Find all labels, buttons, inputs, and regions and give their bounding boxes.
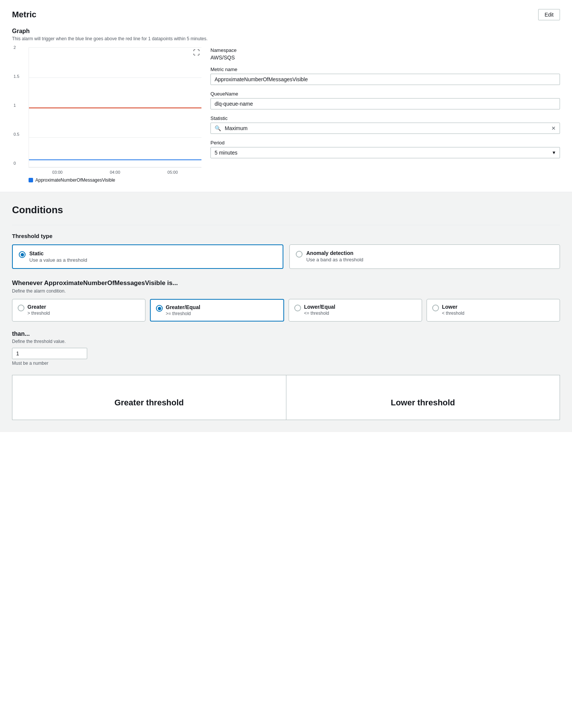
threshold-card-static-content: Static Use a value as a threshold [29,250,87,263]
x-label-0300: 03:00 [52,170,63,174]
y-label-1-5: 1.5 [14,74,19,79]
x-label-0500: 05:00 [168,170,178,174]
condition-cards: Greater > threshold Greater/Equal >= thr… [12,299,560,322]
bottom-threshold-cards: Greater threshold Lower threshold [12,375,560,420]
condition-lower-equal-subtitle: <= threshold [304,311,335,316]
condition-greater-content: Greater > threshold [27,304,50,316]
y-label-0-5: 0.5 [14,132,19,136]
period-select[interactable]: 1 minute 5 minutes 10 minutes 15 minutes… [210,147,560,158]
metric-title: Metric [12,10,36,20]
threshold-card-anomaly-content: Anomaly detection Use a band as a thresh… [306,250,363,262]
threshold-anomaly-subtitle: Use a band as a threshold [306,257,363,262]
queue-name-input[interactable] [210,98,560,109]
threshold-cards: Static Use a value as a threshold Anomal… [12,244,560,269]
whenever-title: Whenever ApproximateNumberOfMessagesVisi… [12,279,560,287]
condition-greater-equal-subtitle: >= threshold [166,311,200,316]
x-label-0400: 04:00 [110,170,120,174]
x-axis: 03:00 04:00 05:00 [29,168,201,174]
queue-name-group: QueueName [210,91,560,109]
metric-name-group: Metric name [210,67,560,85]
whenever-subtitle: Define the alarm condition. [12,288,560,294]
legend-label: ApproximateNumberOfMessagesVisible [35,177,115,183]
threshold-card-static[interactable]: Static Use a value as a threshold [12,244,283,269]
condition-radio-lower-equal [294,305,301,311]
bottom-card-lower: Lower threshold [286,375,560,420]
condition-greater-subtitle: > threshold [27,311,50,316]
threshold-radio-static [19,251,26,258]
y-label-1: 1 [14,103,19,108]
period-group: Period 1 minute 5 minutes 10 minutes 15 … [210,140,560,158]
metric-section: Metric Edit Graph This alarm will trigge… [0,0,572,192]
bottom-card-greater: Greater threshold [12,375,286,420]
graph-section: Graph This alarm will trigger when the b… [12,28,560,183]
metric-name-label: Metric name [210,67,560,72]
y-axis: 2 1.5 1 0.5 0 [14,47,19,168]
threshold-static-title: Static [29,250,87,256]
threshold-value-input[interactable] [12,348,87,359]
condition-greater-title: Greater [27,304,50,310]
threshold-type-title: Threshold type [12,233,560,239]
threshold-hint: Must be a number [12,361,560,366]
statistic-group: Statistic 🔍 ✕ [210,115,560,134]
graph-and-meta: ⛶ [12,47,560,183]
namespace-group: Namespace AWS/SQS [210,47,560,61]
metric-name-input[interactable] [210,74,560,85]
graph-label: Graph [12,28,560,35]
queue-name-label: QueueName [210,91,560,97]
condition-lower-equal-title: Lower/Equal [304,304,335,310]
than-title: than... [12,331,560,337]
namespace-label: Namespace [210,47,560,53]
chart-legend: ApproximateNumberOfMessagesVisible [29,177,201,183]
condition-radio-greater-equal [156,305,163,312]
conditions-section: Conditions Threshold type Static Use a v… [0,192,572,432]
condition-radio-greater-equal-inner [158,307,161,310]
conditions-title: Conditions [12,204,560,216]
metric-header: Metric Edit [12,9,560,20]
edit-button[interactable]: Edit [538,9,560,20]
conditions-divider [12,225,560,225]
condition-radio-greater [18,305,24,311]
chart-area: ⛶ [29,47,201,168]
y-label-0: 0 [14,161,19,165]
bottom-lower-title: Lower threshold [295,398,551,408]
chart-svg [29,47,201,167]
legend-dot [29,178,33,182]
threshold-card-anomaly[interactable]: Anomaly detection Use a band as a thresh… [289,244,560,269]
clear-icon[interactable]: ✕ [551,125,556,131]
search-icon: 🔍 [215,125,221,131]
condition-card-greater[interactable]: Greater > threshold [12,299,145,322]
period-label: Period [210,140,560,146]
y-label-2: 2 [14,45,19,50]
condition-greater-equal-title: Greater/Equal [166,304,200,310]
condition-lower-subtitle: < threshold [442,311,465,316]
statistic-label: Statistic [210,115,560,121]
statistic-input[interactable] [222,123,551,133]
threshold-static-subtitle: Use a value as a threshold [29,257,87,263]
chart-container: ⛶ [12,47,201,183]
meta-fields: Namespace AWS/SQS Metric name QueueName [210,47,560,158]
namespace-value: AWS/SQS [210,55,560,61]
condition-card-lower[interactable]: Lower < threshold [427,299,560,322]
statistic-input-wrapper: 🔍 ✕ [210,123,560,134]
condition-lower-equal-content: Lower/Equal <= threshold [304,304,335,316]
condition-greater-equal-content: Greater/Equal >= threshold [166,304,200,316]
threshold-radio-static-inner [21,253,24,256]
page-container: Metric Edit Graph This alarm will trigge… [0,0,572,432]
threshold-radio-anomaly [296,251,303,258]
bottom-greater-title: Greater threshold [21,398,277,408]
condition-lower-title: Lower [442,304,465,310]
than-subtitle: Define the threshold value. [12,339,560,344]
graph-description: This alarm will trigger when the blue li… [12,36,560,41]
period-select-wrapper: 1 minute 5 minutes 10 minutes 15 minutes… [210,147,560,158]
condition-card-lower-equal[interactable]: Lower/Equal <= threshold [289,299,422,322]
threshold-anomaly-title: Anomaly detection [306,250,363,256]
condition-card-greater-equal[interactable]: Greater/Equal >= threshold [150,299,284,322]
condition-lower-content: Lower < threshold [442,304,465,316]
condition-radio-lower [432,305,439,311]
